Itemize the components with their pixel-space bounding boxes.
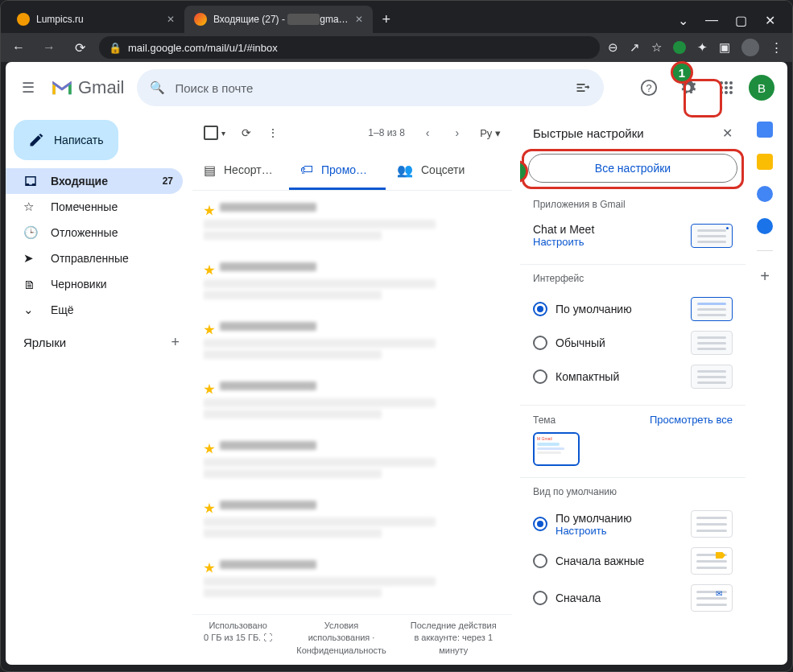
select-all-checkbox[interactable]: ▾ [204, 126, 225, 140]
close-icon[interactable]: ✕ [722, 126, 733, 141]
menu-icon[interactable]: ☰ [19, 79, 38, 97]
quick-settings-panel: Быстрые настройки ✕ Все настройки 2 Прил… [520, 113, 746, 665]
inbox-type-important[interactable]: Сначала важные [533, 542, 733, 579]
star-icon [204, 384, 215, 395]
svg-point-4 [729, 81, 733, 85]
mail-panel: ▾ ⟳ ⋮ 1–8 из 8 ‹ › Ру ▾ ▤ Несорт… 🏷 Пром [192, 113, 512, 665]
mail-toolbar: ▾ ⟳ ⋮ 1–8 из 8 ‹ › Ру ▾ [192, 113, 512, 152]
compose-button[interactable]: Написать [14, 120, 118, 160]
account-avatar[interactable]: В [749, 75, 774, 101]
inbox-thumbnail: ✉ [691, 584, 733, 612]
mail-row[interactable] [200, 492, 504, 551]
send-icon: ➤ [23, 251, 38, 266]
sidebar-item-starred[interactable]: ☆ Помеченные [6, 194, 183, 220]
mail-row[interactable] [200, 194, 504, 254]
density-compact[interactable]: Компактный [533, 360, 733, 394]
density-default[interactable]: По умолчанию [533, 292, 733, 326]
view-all-themes-link[interactable]: Просмотреть все [650, 414, 733, 426]
mail-row[interactable] [200, 313, 504, 373]
tab-title: Lumpics.ru [36, 14, 84, 25]
radio-icon [533, 554, 547, 568]
favicon-lumpics [17, 13, 30, 26]
activity-info[interactable]: Последние действияв аккаунте: через 1мин… [411, 620, 497, 657]
extension-icon[interactable] [673, 41, 686, 54]
close-icon[interactable]: ✕ [762, 13, 778, 28]
inbox-type-starred[interactable]: Сначала ✉ [533, 579, 733, 616]
search-input[interactable]: 🔍 Поиск в почте [137, 69, 604, 106]
mail-row[interactable] [200, 254, 504, 313]
keep-icon[interactable] [757, 154, 773, 170]
chevron-down-icon[interactable]: ⌄ [675, 13, 691, 28]
star-icon [204, 265, 215, 276]
inbox-thumbnail [691, 547, 733, 575]
mail-list[interactable] [192, 191, 512, 614]
radio-icon [533, 302, 547, 316]
contacts-icon[interactable] [757, 218, 773, 234]
mail-row[interactable] [200, 373, 504, 432]
add-label-button[interactable]: + [171, 334, 180, 351]
browser-tab-lumpics[interactable]: Lumpics.ru ✕ [7, 6, 184, 33]
sidebar-item-more[interactable]: ⌄ Ещё [6, 297, 183, 323]
mail-footer: Использовано0 ГБ из 15 ГБ. ⛶ Условияиспо… [192, 614, 512, 665]
reload-icon[interactable]: ⟳ [68, 40, 91, 56]
pagination-info: 1–8 из 8 [368, 127, 405, 138]
lock-icon: 🔒 [109, 42, 122, 54]
theme-thumbnail[interactable]: M Gmail [533, 432, 580, 466]
sidebar-item-inbox[interactable]: Входящие 27 [6, 168, 183, 194]
gmail-logo[interactable]: Gmail [51, 77, 124, 98]
callout-badge-2: 2 [520, 160, 528, 183]
extensions-icon[interactable]: ✦ [697, 40, 708, 55]
tab-primary[interactable]: ▤ Несорт… [192, 152, 289, 190]
help-icon[interactable]: ? [633, 72, 665, 104]
tab-promotions[interactable]: 🏷 Промо… [289, 152, 386, 190]
star-icon [204, 563, 215, 574]
input-tools[interactable]: Ру ▾ [480, 127, 501, 139]
terms-link[interactable]: Условияиспользования ·Конфиденциальность [296, 620, 386, 657]
panel-icon[interactable]: ▣ [719, 40, 730, 55]
inbox-thumbnail [691, 510, 733, 538]
customize-link[interactable]: Настроить [533, 236, 594, 248]
share-icon[interactable]: ↗ [630, 40, 640, 55]
tasks-icon[interactable] [757, 186, 773, 202]
add-addon-icon[interactable]: + [760, 267, 770, 286]
labels-header: Ярлыки + [6, 323, 192, 351]
apps-grid-icon[interactable] [710, 72, 742, 104]
tab-social[interactable]: 👥 Соцсети [386, 152, 482, 190]
browser-profile-avatar[interactable] [741, 39, 759, 56]
inbox-type-default[interactable]: По умолчанию Настроить [533, 505, 733, 542]
close-icon[interactable]: ✕ [355, 14, 363, 25]
new-tab-button[interactable]: + [373, 6, 401, 33]
radio-icon [533, 369, 547, 384]
back-icon[interactable]: ← [7, 40, 30, 55]
search-options-icon[interactable] [575, 80, 591, 96]
file-icon: 🗎 [23, 278, 38, 291]
browser-tab-gmail[interactable]: Входящие (27) - xxgma… ✕ [184, 6, 373, 33]
toolbar-icons: ⊖ ↗ ☆ ✦ ▣ ⋮ [608, 39, 786, 56]
url-field[interactable]: 🔒 mail.google.com/mail/u/1/#inbox [99, 36, 600, 59]
mail-row[interactable] [200, 432, 504, 492]
sidebar-item-snoozed[interactable]: 🕒 Отложенные [6, 220, 183, 245]
sidebar-item-sent[interactable]: ➤ Отправленные [6, 245, 183, 271]
forward-icon[interactable]: → [38, 40, 60, 55]
callout-badge-1: 1 [671, 61, 693, 84]
close-icon[interactable]: ✕ [167, 14, 175, 25]
next-page-icon[interactable]: › [451, 126, 465, 139]
more-icon[interactable]: ⋮ [267, 126, 279, 139]
density-comfortable[interactable]: Обычный [533, 326, 733, 360]
chevron-down-icon: ⌄ [23, 303, 38, 317]
refresh-icon[interactable]: ⟳ [242, 126, 251, 139]
prev-page-icon[interactable]: ‹ [421, 126, 435, 139]
sidebar-item-drafts[interactable]: 🗎 Черновики [6, 271, 183, 297]
customize-link[interactable]: Настроить [556, 525, 632, 537]
radio-icon [533, 517, 547, 531]
maximize-icon[interactable]: ▢ [733, 13, 749, 28]
bookmark-icon[interactable]: ☆ [651, 40, 662, 55]
calendar-icon[interactable] [757, 122, 773, 138]
menu-icon[interactable]: ⋮ [770, 40, 783, 55]
mail-row[interactable] [200, 551, 504, 611]
browser-tab-strip: Lumpics.ru ✕ Входящие (27) - xxgma… ✕ + … [1, 1, 792, 33]
zoom-icon[interactable]: ⊖ [608, 40, 618, 55]
all-settings-button[interactable]: Все настройки [528, 154, 737, 183]
minimize-icon[interactable]: ― [704, 13, 720, 28]
section-theme: Тема Просмотреть все M Gmail [520, 406, 746, 478]
